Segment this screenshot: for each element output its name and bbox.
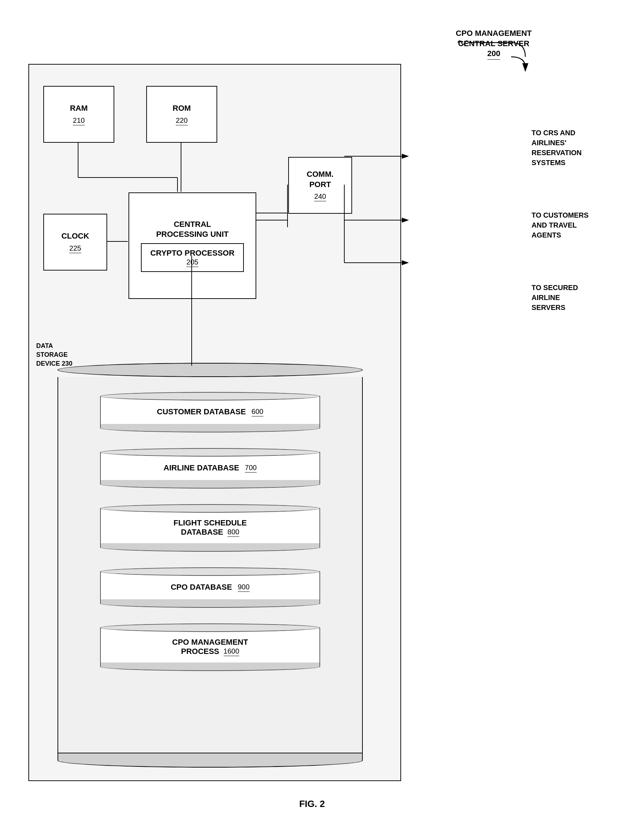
right-connection-labels: TO CRS AND AIRLINES' RESERVATION SYSTEMS… — [532, 128, 588, 312]
crs-airlines-label: TO CRS AND AIRLINES' RESERVATION SYSTEMS — [532, 128, 588, 168]
clock-box: CLOCK 225 — [43, 214, 107, 270]
cyl-top-ellipse — [100, 624, 320, 632]
cyl-bottom-ellipse — [100, 480, 320, 488]
db-outer-bottom-ellipse — [57, 754, 363, 767]
db-outer-body: CUSTOMER DATABASE 600 AIRLINE DATABASE 7… — [57, 377, 363, 754]
cyl-mid: AIRLINE DATABASE 700 — [100, 452, 320, 484]
airline-database-cylinder: AIRLINE DATABASE 700 — [90, 444, 331, 493]
figure-label: FIG. 2 — [299, 798, 325, 809]
cyl-top-ellipse — [100, 567, 320, 576]
flight-schedule-database-cylinder: FLIGHT SCHEDULE DATABASE 800 — [90, 500, 331, 556]
cpu-box: CENTRAL PROCESSING UNIT CRYPTO PROCESSOR… — [128, 192, 256, 299]
main-server-box: RAM 210 ROM 220 COMM. PORT 240 CLOCK 225… — [28, 64, 401, 781]
customers-travel-agents-label: TO CUSTOMERS AND TRAVEL AGENTS — [532, 210, 588, 240]
cyl-mid: CPO MANAGEMENT PROCESS 1600 — [100, 628, 320, 667]
comm-port-box: COMM. PORT 240 — [288, 157, 352, 214]
cyl-bottom-ellipse — [100, 424, 320, 432]
cyl-bottom-ellipse — [100, 599, 320, 608]
db-outer-top-ellipse — [57, 363, 363, 377]
cyl-mid: CPO DATABASE 900 — [100, 571, 320, 604]
ram-box: RAM 210 — [43, 86, 114, 143]
cpo-management-process-cylinder: CPO MANAGEMENT PROCESS 1600 — [90, 619, 331, 675]
database-container: CUSTOMER DATABASE 600 AIRLINE DATABASE 7… — [50, 363, 370, 767]
crypto-box: CRYPTO PROCESSOR 205 — [141, 243, 244, 272]
cyl-mid: CUSTOMER DATABASE 600 — [100, 396, 320, 428]
rom-box: ROM 220 — [146, 86, 217, 143]
cyl-top-ellipse — [100, 504, 320, 513]
cpo-database-cylinder: CPO DATABASE 900 — [90, 563, 331, 612]
cyl-top-ellipse — [100, 392, 320, 400]
cpo-server-title: CPO MANAGEMENT CENTRAL SERVER 200 — [456, 28, 532, 60]
customer-database-cylinder: CUSTOMER DATABASE 600 — [90, 388, 331, 437]
cyl-bottom-ellipse — [100, 543, 320, 552]
secured-airline-servers-label: TO SECURED AIRLINE SERVERS — [532, 283, 588, 312]
cyl-bottom-ellipse — [100, 662, 320, 671]
cyl-mid: FLIGHT SCHEDULE DATABASE 800 — [100, 508, 320, 547]
cyl-top-ellipse — [100, 448, 320, 457]
